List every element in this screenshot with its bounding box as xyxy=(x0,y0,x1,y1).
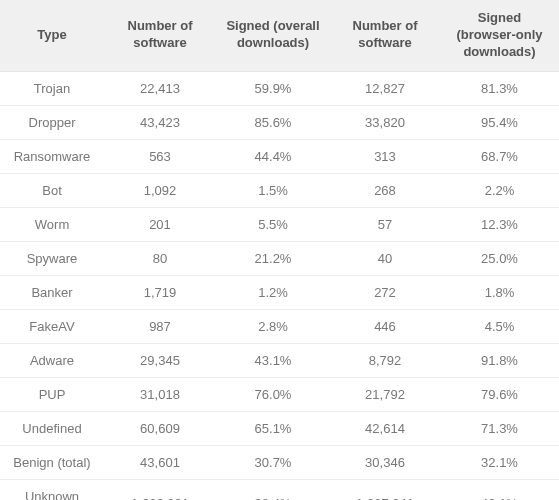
cell-signed-overall: 1.2% xyxy=(216,275,330,309)
cell-signed-overall: 85.6% xyxy=(216,105,330,139)
cell-type: FakeAV xyxy=(0,309,104,343)
table-body: Trojan 22,413 59.9% 12,827 81.3% Dropper… xyxy=(0,71,559,500)
cell-num-browser: 272 xyxy=(330,275,440,309)
cell-signed-browser: 2.2% xyxy=(440,173,559,207)
cell-type: Bot xyxy=(0,173,104,207)
cell-num-overall: 60,609 xyxy=(104,411,216,445)
cell-num-overall: 22,413 xyxy=(104,71,216,105)
table-row: PUP 31,018 76.0% 21,792 79.6% xyxy=(0,377,559,411)
cell-type: Banker xyxy=(0,275,104,309)
cell-num-browser: 30,346 xyxy=(330,445,440,479)
table-header-row: Type Number of software Signed (overall … xyxy=(0,0,559,71)
table-row: FakeAV 987 2.8% 446 4.5% xyxy=(0,309,559,343)
cell-type: Worm xyxy=(0,207,104,241)
cell-signed-overall: 43.1% xyxy=(216,343,330,377)
cell-type: PUP xyxy=(0,377,104,411)
cell-num-overall: 43,423 xyxy=(104,105,216,139)
table-row: Unknown (total) 1,626,901 38.4% 1,227,24… xyxy=(0,479,559,500)
cell-signed-overall: 44.4% xyxy=(216,139,330,173)
cell-type: Spyware xyxy=(0,241,104,275)
cell-num-overall: 1,626,901 xyxy=(104,479,216,500)
cell-num-browser: 446 xyxy=(330,309,440,343)
cell-num-browser: 8,792 xyxy=(330,343,440,377)
table-row: Spyware 80 21.2% 40 25.0% xyxy=(0,241,559,275)
table-row: Undefined 60,609 65.1% 42,614 71.3% xyxy=(0,411,559,445)
cell-num-browser: 1,227,241 xyxy=(330,479,440,500)
header-num-overall: Number of software xyxy=(104,0,216,71)
cell-num-browser: 313 xyxy=(330,139,440,173)
cell-num-overall: 563 xyxy=(104,139,216,173)
cell-signed-overall: 5.5% xyxy=(216,207,330,241)
cell-signed-browser: 91.8% xyxy=(440,343,559,377)
cell-signed-overall: 59.9% xyxy=(216,71,330,105)
cell-num-overall: 43,601 xyxy=(104,445,216,479)
table-row: Worm 201 5.5% 57 12.3% xyxy=(0,207,559,241)
cell-signed-browser: 79.6% xyxy=(440,377,559,411)
cell-signed-overall: 21.2% xyxy=(216,241,330,275)
cell-num-browser: 33,820 xyxy=(330,105,440,139)
header-signed-browser: Signed (browser-only downloads) xyxy=(440,0,559,71)
cell-signed-browser: 95.4% xyxy=(440,105,559,139)
cell-num-overall: 1,092 xyxy=(104,173,216,207)
header-signed-overall: Signed (overall downloads) xyxy=(216,0,330,71)
cell-type: Unknown (total) xyxy=(0,479,104,500)
cell-signed-overall: 65.1% xyxy=(216,411,330,445)
cell-type: Trojan xyxy=(0,71,104,105)
table-row: Ransomware 563 44.4% 313 68.7% xyxy=(0,139,559,173)
cell-type: Undefined xyxy=(0,411,104,445)
cell-num-browser: 40 xyxy=(330,241,440,275)
cell-num-overall: 987 xyxy=(104,309,216,343)
cell-num-overall: 80 xyxy=(104,241,216,275)
cell-signed-overall: 38.4% xyxy=(216,479,330,500)
table-row: Bot 1,092 1.5% 268 2.2% xyxy=(0,173,559,207)
cell-signed-browser: 68.7% xyxy=(440,139,559,173)
cell-num-browser: 21,792 xyxy=(330,377,440,411)
cell-signed-overall: 76.0% xyxy=(216,377,330,411)
cell-num-overall: 201 xyxy=(104,207,216,241)
cell-type: Ransomware xyxy=(0,139,104,173)
cell-signed-browser: 12.3% xyxy=(440,207,559,241)
table-row: Dropper 43,423 85.6% 33,820 95.4% xyxy=(0,105,559,139)
cell-num-overall: 31,018 xyxy=(104,377,216,411)
cell-num-browser: 268 xyxy=(330,173,440,207)
cell-signed-browser: 32.1% xyxy=(440,445,559,479)
cell-num-browser: 12,827 xyxy=(330,71,440,105)
cell-signed-browser: 1.8% xyxy=(440,275,559,309)
cell-type: Benign (total) xyxy=(0,445,104,479)
cell-num-overall: 29,345 xyxy=(104,343,216,377)
cell-num-browser: 57 xyxy=(330,207,440,241)
cell-type: Dropper xyxy=(0,105,104,139)
cell-num-overall: 1,719 xyxy=(104,275,216,309)
cell-signed-overall: 30.7% xyxy=(216,445,330,479)
data-table: Type Number of software Signed (overall … xyxy=(0,0,559,500)
cell-signed-browser: 71.3% xyxy=(440,411,559,445)
cell-type: Adware xyxy=(0,343,104,377)
cell-signed-browser: 42.1% xyxy=(440,479,559,500)
cell-signed-browser: 81.3% xyxy=(440,71,559,105)
cell-signed-overall: 2.8% xyxy=(216,309,330,343)
table-row: Banker 1,719 1.2% 272 1.8% xyxy=(0,275,559,309)
header-num-browser: Number of software xyxy=(330,0,440,71)
header-type: Type xyxy=(0,0,104,71)
cell-signed-overall: 1.5% xyxy=(216,173,330,207)
table-row: Adware 29,345 43.1% 8,792 91.8% xyxy=(0,343,559,377)
cell-num-browser: 42,614 xyxy=(330,411,440,445)
cell-signed-browser: 25.0% xyxy=(440,241,559,275)
table-row: Trojan 22,413 59.9% 12,827 81.3% xyxy=(0,71,559,105)
table-row: Benign (total) 43,601 30.7% 30,346 32.1% xyxy=(0,445,559,479)
cell-signed-browser: 4.5% xyxy=(440,309,559,343)
